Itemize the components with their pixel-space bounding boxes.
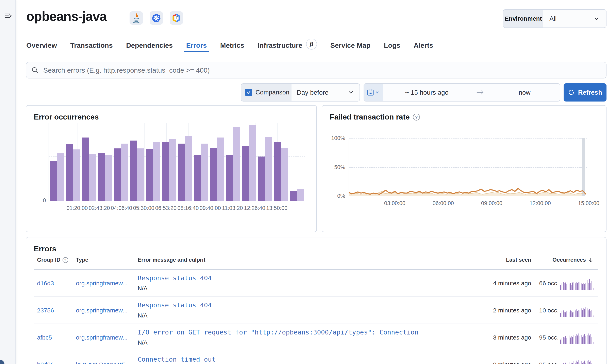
apm-errors-page: opbeans-java xyxy=(0,0,615,364)
x-axis-tick: 06:00:00 xyxy=(433,200,454,207)
annotation-bar xyxy=(582,138,585,196)
y-axis-label-0: 0 xyxy=(32,197,46,204)
bar-error-occurrences xyxy=(290,191,297,201)
search-input[interactable] xyxy=(43,66,601,74)
x-axis-tick: 01:20:00 xyxy=(66,205,88,211)
comparison-value: Day before xyxy=(297,89,328,96)
tab-dependencies[interactable]: Dependencies xyxy=(126,39,173,52)
bar-day-before xyxy=(169,139,176,201)
help-icon[interactable]: ? xyxy=(413,114,420,120)
expand-menu-icon[interactable] xyxy=(4,12,12,20)
bar-day-before xyxy=(57,153,64,201)
error-culprit: N/A xyxy=(138,339,147,346)
error-message-link[interactable]: Response status 404 xyxy=(138,301,421,309)
bar-error-occurrences xyxy=(194,155,201,201)
bar-error-occurrences xyxy=(274,142,281,201)
error-culprit: N/A xyxy=(138,312,147,319)
bar-day-before xyxy=(73,149,80,201)
refresh-icon xyxy=(568,89,575,96)
bar-day-before xyxy=(137,148,144,201)
kubernetes-icon xyxy=(150,11,163,25)
x-axis-tick: 09:40:00 xyxy=(200,205,221,211)
table-row: afbc5org.springframew...I/O error on GET… xyxy=(34,324,598,351)
comparison-label: Comparison xyxy=(256,89,289,96)
environment-value: All xyxy=(549,15,557,23)
error-type-link[interactable]: org.springframew... xyxy=(76,270,127,297)
search-icon xyxy=(31,66,39,74)
tab-metrics[interactable]: Metrics xyxy=(220,39,244,52)
bar-error-occurrences xyxy=(82,138,89,201)
failed-transaction-rate-title: Failed transaction rate xyxy=(330,113,410,121)
tab-label: Errors xyxy=(186,41,207,49)
calendar-menu-button[interactable] xyxy=(364,84,383,101)
comparison-checkbox[interactable]: Comparison xyxy=(241,84,291,101)
tab-transactions[interactable]: Transactions xyxy=(70,39,113,52)
tab-logs[interactable]: Logs xyxy=(384,39,400,52)
time-to-value: now xyxy=(519,89,531,96)
error-group-id-link[interactable]: afbc5 xyxy=(37,324,52,351)
error-group-id-link[interactable]: d16d3 xyxy=(37,270,54,297)
error-type-link[interactable]: org.springframew... xyxy=(76,324,127,351)
col-occurrences-sort[interactable]: Occurrences xyxy=(552,257,594,263)
tab-label: Dependencies xyxy=(126,41,173,49)
environment-select[interactable]: Environment All xyxy=(503,9,606,28)
occurrences-value: 66 occ. xyxy=(539,270,559,297)
chevron-down-icon xyxy=(347,89,354,96)
date-range-picker: ~ 15 hours ago now xyxy=(364,83,560,102)
bar-error-occurrences xyxy=(130,141,137,201)
occurrences-sparkline xyxy=(560,331,594,344)
table-row: 23756org.springframew...Response status … xyxy=(34,297,598,324)
comparison-select[interactable]: Day before xyxy=(291,84,359,101)
x-axis-tick: 13:50:00 xyxy=(266,205,287,211)
x-axis-tick: 12:26:40 xyxy=(244,205,265,211)
tab-infrastructure[interactable]: Infrastructureβ xyxy=(258,39,317,52)
x-axis-tick: 04:06:40 xyxy=(111,205,132,211)
tab-errors[interactable]: Errors xyxy=(186,39,207,52)
error-type-link[interactable]: org.springframew... xyxy=(76,297,127,324)
error-group-id-link[interactable]: b2d86 xyxy=(37,351,54,364)
error-occurrences-title: Error occurrences xyxy=(34,113,99,121)
tab-label: Logs xyxy=(384,41,400,49)
x-axis-labels: 01:20:0002:43:2004:06:4005:30:0006:53:20… xyxy=(49,205,305,212)
col-last-seen: Last seen xyxy=(506,257,531,263)
bar-error-occurrences xyxy=(242,146,249,201)
occurrences-sparkline xyxy=(560,358,594,364)
bar-day-before xyxy=(89,154,96,201)
time-range-start[interactable]: ~ 15 hours ago xyxy=(383,84,471,101)
y-axis-label-100pct: 100% xyxy=(327,135,345,141)
service-agent-icons xyxy=(130,11,183,25)
group-id-help-icon[interactable]: ? xyxy=(63,257,68,263)
x-axis-tick: 05:30:00 xyxy=(133,205,154,211)
page-title: opbeans-java xyxy=(26,9,107,24)
table-row: d16d3org.springframew...Response status … xyxy=(34,270,598,297)
time-range-end[interactable]: now xyxy=(489,84,560,101)
error-message-link[interactable]: Connection timed out xyxy=(138,355,421,363)
x-axis-line xyxy=(49,201,305,201)
last-seen-value: 3 minutes ago xyxy=(493,351,531,364)
bar-day-before xyxy=(105,155,112,201)
tab-alerts[interactable]: Alerts xyxy=(414,39,433,52)
error-search-bar[interactable] xyxy=(26,62,606,78)
bar-error-occurrences xyxy=(226,155,233,201)
errors-table-title: Errors xyxy=(34,245,56,253)
error-group-id-link[interactable]: 23756 xyxy=(37,297,54,324)
bar-day-before xyxy=(249,125,256,201)
x-axis-labels: 03:00:0006:00:0009:00:0012:00:0015:00:00 xyxy=(349,200,587,207)
chevron-down-icon xyxy=(593,15,600,22)
chevron-down-icon xyxy=(375,90,380,95)
error-message-link[interactable]: Response status 404 xyxy=(138,274,421,282)
bar-error-occurrences xyxy=(210,148,217,201)
time-from-value: ~ 15 hours ago xyxy=(405,89,448,96)
occurrences-sparkline xyxy=(560,304,594,317)
x-axis-line xyxy=(349,196,587,196)
tab-service-map[interactable]: Service Map xyxy=(330,39,370,52)
bar-day-before xyxy=(217,138,224,201)
bar-error-occurrences xyxy=(258,156,265,201)
occurrences-sparkline xyxy=(560,277,594,290)
tab-overview[interactable]: Overview xyxy=(26,39,57,52)
error-type-link[interactable]: java.net.ConnectE... xyxy=(76,351,131,364)
refresh-button[interactable]: Refresh xyxy=(564,83,606,102)
error-message-link[interactable]: I/O error on GET request for "http://opb… xyxy=(138,328,421,336)
x-axis-tick: 11:03:20 xyxy=(222,205,243,211)
errors-table-body: d16d3org.springframew...Response status … xyxy=(34,270,598,364)
